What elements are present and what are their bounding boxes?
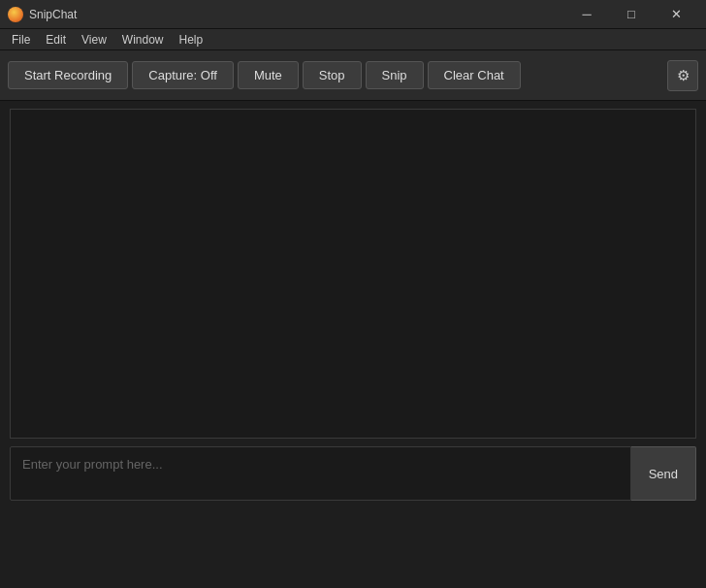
app-icon xyxy=(8,7,23,22)
settings-button[interactable]: ⚙ xyxy=(667,60,698,91)
menu-file[interactable]: File xyxy=(4,29,38,49)
mute-button[interactable]: Mute xyxy=(238,61,299,89)
title-bar-left: SnipChat xyxy=(8,7,77,22)
close-button[interactable]: ✕ xyxy=(654,0,698,29)
menu-window[interactable]: Window xyxy=(114,29,172,49)
menu-view[interactable]: View xyxy=(74,29,114,49)
capture-button[interactable]: Capture: Off xyxy=(132,61,234,89)
chat-area[interactable] xyxy=(10,109,696,439)
title-bar-controls: ─ □ ✕ xyxy=(564,0,698,29)
minimize-button[interactable]: ─ xyxy=(564,0,609,29)
menu-help[interactable]: Help xyxy=(172,29,211,49)
input-area: Send xyxy=(10,446,696,501)
toolbar: Start Recording Capture: Off Mute Stop S… xyxy=(0,50,706,101)
maximize-button[interactable]: □ xyxy=(609,0,654,29)
gear-icon: ⚙ xyxy=(677,67,690,84)
stop-button[interactable]: Stop xyxy=(303,61,362,89)
clear-chat-button[interactable]: Clear Chat xyxy=(428,61,521,89)
send-button[interactable]: Send xyxy=(631,446,696,501)
snip-button[interactable]: Snip xyxy=(366,61,424,89)
title-bar: SnipChat ─ □ ✕ xyxy=(0,0,706,29)
start-recording-button[interactable]: Start Recording xyxy=(8,61,128,89)
menu-edit[interactable]: Edit xyxy=(38,29,74,49)
prompt-input[interactable] xyxy=(10,446,631,501)
menu-bar: File Edit View Window Help xyxy=(0,29,706,50)
app-title: SnipChat xyxy=(29,8,77,21)
